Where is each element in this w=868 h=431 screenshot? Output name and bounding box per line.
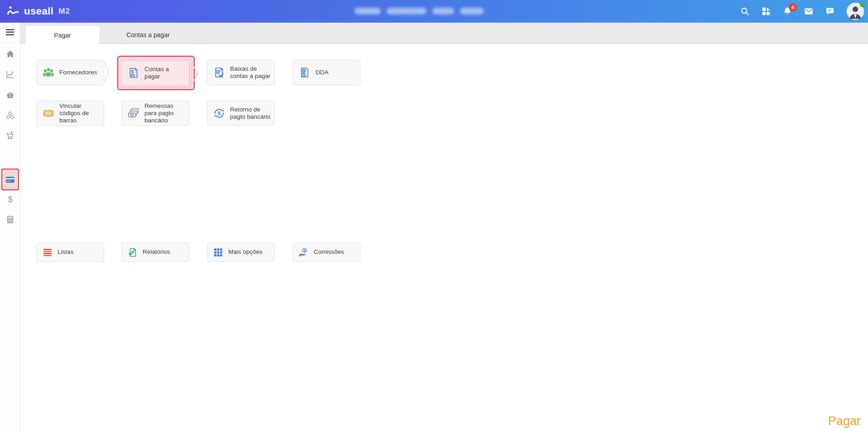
tile-relatorios[interactable]: Relatórios [121,242,189,262]
svg-text:$: $ [131,69,134,74]
apps-launcher-icon[interactable] [761,6,771,16]
tile-retorno-pagto-bancario[interactable]: $ Retorno de pagto bancário [207,101,275,126]
calculator-icon [5,215,15,224]
dollar-icon: $ [5,194,15,204]
cart-plus-icon [5,131,15,140]
banknotes-icon [127,107,140,120]
flow-chevron-icon [103,61,110,83]
tile-listas[interactable]: Listas [36,242,104,262]
sidebar-item-finance[interactable]: $ [0,191,20,207]
report-check-doc-icon [127,247,138,258]
user-avatar[interactable] [846,2,864,20]
flow-chevron-icon [192,63,199,85]
receipt-clock-icon: $ [298,66,311,79]
sidebar-item-stock[interactable] [0,107,20,123]
content-area: Fornecedores $ Contas a pagar Baixas de … [0,0,868,431]
tile-label: Mais opções [228,248,263,256]
tile-label: Remessas para pagto bancário [144,102,185,125]
barcode-icon [42,107,55,120]
tile-label: Contas a pagar [144,66,185,80]
sync-dollar-icon: $ [213,107,225,120]
notification-badge: 4 [789,3,797,11]
useall-logo-icon [6,5,20,18]
tile-dda[interactable]: $ DDA [293,60,360,85]
tile-label: DDA [316,69,329,76]
redacted-company-info [355,8,484,15]
sidebar: $ [0,23,20,431]
tab-label: Contas a pagar [126,31,170,39]
tab-contas-a-pagar[interactable]: Contas a pagar [99,26,197,44]
tile-label: Vincular códigos de barras [59,102,100,125]
tab-pagar[interactable]: Pagar [26,26,99,44]
basket-icon [5,90,15,100]
tab-strip: Pagar Contas a pagar [20,23,868,44]
tile-label: Relatórios [143,248,170,256]
svg-text:$: $ [218,111,221,116]
list-bars-icon [42,247,53,258]
tile-vincular-codigos-de-barras[interactable]: Vincular códigos de barras [36,101,104,126]
sidebar-item-home[interactable] [0,46,20,62]
tile-label: Retorno de pagto bancário [230,106,271,121]
chat-icon[interactable] [825,6,835,16]
invoice-dollar-icon: $ [127,67,140,79]
home-icon [5,49,15,59]
sidebar-item-accounting[interactable] [0,212,20,227]
sidebar-item-sales[interactable] [0,87,20,102]
brand-logo: useall M2 [6,5,70,18]
notifications-bell-icon[interactable]: 4 [782,6,792,16]
cubes-icon [5,111,15,120]
sidebar-item-payables-active[interactable] [1,169,19,190]
tab-label: Pagar [54,32,71,39]
app-header: useall M2 4 [0,0,868,23]
tile-remessas-pagto-bancario[interactable]: Remessas para pagto bancário [121,101,189,126]
tile-contas-a-pagar[interactable]: $ Contas a pagar [121,60,189,86]
tile-fornecedores[interactable]: Fornecedores [36,60,104,85]
logo-product: M2 [58,7,70,16]
hamburger-menu-icon[interactable] [5,27,15,38]
hand-coin-icon: $ [298,247,309,258]
tile-baixas-de-contas-a-pagar[interactable]: Baixas de contas a pagar [207,60,275,85]
context-page-label: Pagar [828,414,861,428]
tile-label: Listas [58,248,73,256]
tile-label: Baixas de contas a pagar [230,65,271,80]
invoice-check-icon [213,66,225,79]
tile-label: Comissões [314,248,344,256]
sidebar-item-purchases[interactable] [0,128,20,143]
logo-text: useall [24,5,53,17]
tile-comissoes[interactable]: $ Comissões [293,242,360,262]
sidebar-item-charts[interactable] [0,67,20,82]
svg-text:$: $ [8,194,12,203]
tile-mais-opcoes[interactable]: Mais opções [207,242,275,262]
tile-label: Fornecedores [59,69,97,76]
header-actions: 4 [740,0,864,23]
suppliers-group-icon [42,66,55,79]
credit-card-icon [5,174,15,185]
search-icon[interactable] [740,6,750,16]
line-chart-icon [5,70,15,79]
online-status-dot [860,2,865,7]
svg-text:$: $ [303,69,305,73]
grid-more-icon [213,247,224,258]
mail-icon[interactable] [804,6,814,16]
